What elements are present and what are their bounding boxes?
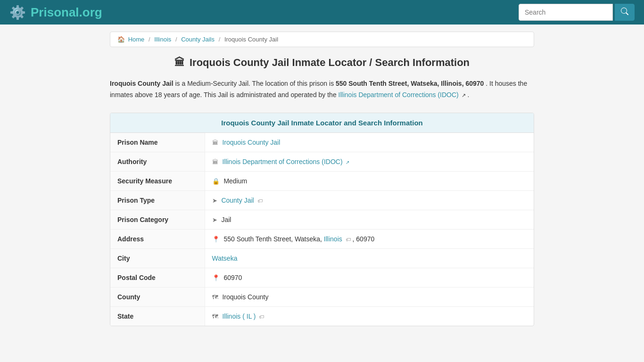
logo-area: ⚙️ Prisonal.org	[9, 5, 102, 20]
table-row: Postal Code 📍 60970	[110, 268, 534, 287]
row-value: Watseka	[205, 248, 534, 268]
search-icon	[621, 8, 628, 15]
row-value: 🏛 Illinois Department of Corrections (ID…	[205, 152, 534, 171]
breadcrumb-illinois[interactable]: Illinois	[154, 36, 171, 43]
county-icon: 🗺	[212, 294, 218, 301]
main-content: 🏠 Home / Illinois / County Jails / Iroqu…	[105, 25, 539, 333]
table-row: Address 📍 550 South Tenth Street, Watsek…	[110, 229, 534, 248]
category-value: Jail	[221, 216, 231, 223]
site-header: ⚙️ Prisonal.org	[0, 0, 644, 25]
table-row: Prison Category ➤ Jail	[110, 210, 534, 229]
row-label: Authority	[110, 152, 205, 171]
row-value: 🗺 Illinois ( IL ) 🏷	[205, 306, 534, 326]
address-bold: 550 South Tenth Street, Watseka, Illinoi…	[336, 80, 484, 87]
row-label: Prison Name	[110, 133, 205, 152]
home-icon: 🏠	[117, 36, 125, 43]
prison-type-link[interactable]: County Jail	[221, 197, 254, 204]
breadcrumb-home[interactable]: Home	[128, 36, 145, 43]
logo-name: Prisonal	[31, 5, 79, 19]
row-value: 📍 60970	[205, 268, 534, 287]
row-label: Address	[110, 229, 205, 248]
row-label: City	[110, 248, 205, 268]
card-header: Iroquois County Jail Inmate Locator and …	[110, 113, 534, 133]
authority-icon: 🏛	[212, 158, 218, 165]
row-label: Prison Type	[110, 190, 205, 210]
city-link[interactable]: Watseka	[212, 255, 238, 262]
info-table: Prison Name 🏛 Iroquois County Jail Autho…	[110, 133, 534, 326]
table-row: City Watseka	[110, 248, 534, 268]
logo-domain: .org	[79, 5, 102, 19]
logo-icon: ⚙️	[9, 5, 26, 20]
row-value: 🏛 Iroquois County Jail	[205, 133, 534, 152]
page-title-icon: 🏛	[174, 57, 185, 69]
table-row: Prison Name 🏛 Iroquois County Jail	[110, 133, 534, 152]
zip-text: , 60970	[353, 235, 375, 243]
state-full-link[interactable]: Illinois ( IL )	[222, 313, 256, 320]
description-paragraph: Iroquois County Jail is a Medium-Securit…	[110, 78, 534, 101]
ext-icon: ↗	[346, 160, 349, 165]
lock-icon: 🔒	[212, 178, 220, 185]
county-value: Iroquois County	[222, 293, 268, 301]
info-card: Iroquois County Jail Inmate Locator and …	[110, 113, 534, 326]
row-label: Security Measure	[110, 171, 205, 190]
table-row: County 🗺 Iroquois County	[110, 287, 534, 306]
prison-name-bold: Iroquois County Jail	[110, 80, 173, 87]
prison-name-link[interactable]: Iroquois County Jail	[222, 139, 280, 146]
row-value: 🗺 Iroquois County	[205, 287, 534, 306]
row-value: ➤ Jail	[205, 210, 534, 229]
table-row: State 🗺 Illinois ( IL ) 🏷	[110, 306, 534, 326]
authority-link[interactable]: Illinois Department of Corrections (IDOC…	[222, 158, 342, 165]
state-icon: 🗺	[212, 313, 218, 320]
pin-icon: 📍	[212, 236, 220, 243]
row-label: County	[110, 287, 205, 306]
ext-icon-desc: ↗	[462, 92, 466, 98]
breadcrumb: 🏠 Home / Illinois / County Jails / Iroqu…	[110, 32, 534, 47]
category-icon: ➤	[212, 216, 217, 223]
security-value: Medium	[223, 177, 247, 185]
row-value: 🔒 Medium	[205, 171, 534, 190]
table-row: Security Measure 🔒 Medium	[110, 171, 534, 190]
tag-icon-2: 🏷	[346, 237, 351, 242]
search-area	[519, 4, 635, 21]
breadcrumb-county-jails[interactable]: County Jails	[181, 36, 215, 43]
type-icon: ➤	[212, 197, 217, 204]
search-input[interactable]	[519, 4, 613, 21]
table-row: Prison Type ➤ County Jail 🏷	[110, 190, 534, 210]
address-text: 550 South Tenth Street, Watseka,	[223, 235, 323, 243]
tag-icon: 🏷	[257, 198, 263, 204]
row-label: Prison Category	[110, 210, 205, 229]
postal-icon: 📍	[212, 274, 220, 281]
breadcrumb-current: Iroquois County Jail	[224, 36, 278, 43]
row-label: State	[110, 306, 205, 326]
site-logo[interactable]: Prisonal.org	[31, 5, 102, 20]
row-label: Postal Code	[110, 268, 205, 287]
search-button[interactable]	[615, 4, 635, 21]
row-value: ➤ County Jail 🏷	[205, 190, 534, 210]
prison-icon: 🏛	[212, 139, 218, 146]
postal-value: 60970	[223, 274, 242, 281]
row-value: 📍 550 South Tenth Street, Watseka, Illin…	[205, 229, 534, 248]
state-link[interactable]: Illinois	[324, 235, 342, 243]
idoc-link[interactable]: Illinois Department of Corrections (IDOC…	[339, 91, 459, 99]
tag-icon-3: 🏷	[259, 314, 264, 320]
table-row: Authority 🏛 Illinois Department of Corre…	[110, 152, 534, 171]
page-title: 🏛 Iroquois County Jail Inmate Locator / …	[110, 57, 534, 69]
